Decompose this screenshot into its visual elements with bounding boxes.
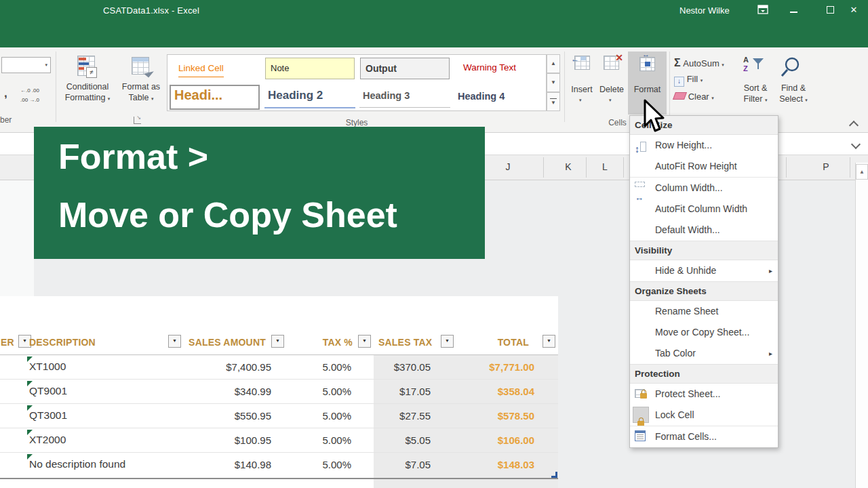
table-row[interactable]: XT2000 $100.95 5.00% $5.05 $106.00 [0,428,558,453]
vertical-scrollbar[interactable]: ▲ [855,163,868,488]
menu-item-autofit-row-height[interactable]: AutoFit Row Height [630,156,778,177]
cell-tax[interactable]: 5.00% [292,386,351,397]
submenu-arrow-icon: ▸ [769,343,772,364]
menu-item-row-height[interactable]: ↕ Row Height... [630,135,778,156]
menu-header-visibility: Visibility [630,241,778,260]
menu-item-tab-color[interactable]: Tab Color ▸ [630,343,778,364]
cell-tax[interactable]: 5.00% [292,361,351,373]
cell-description[interactable]: XT1000 [29,361,66,373]
menu-item-move-or-copy-sheet[interactable]: Move or Copy Sheet... [630,322,778,343]
column-width-icon: ↔ [635,182,648,195]
cell-total[interactable]: $148.03 [444,459,534,470]
filter-button[interactable]: ▼ [271,335,284,348]
table-resize-handle[interactable] [551,472,557,478]
menu-item-autofit-column-width[interactable]: AutoFit Column Width [630,199,778,220]
cell-tax[interactable]: 5.00% [292,459,351,470]
cell-total[interactable]: $106.00 [444,434,534,446]
cell-sales-amount[interactable]: $100.95 [176,434,271,446]
menu-item-lock-cell[interactable]: Lock Cell [630,405,778,426]
scroll-up-button[interactable]: ▲ [856,164,868,180]
cell-total[interactable]: $578.50 [444,410,534,422]
format-menu: Cell Size ↕ Row Height... AutoFit Row He… [629,115,778,448]
filter-button[interactable]: ▼ [542,335,555,348]
table-header: SALES TAX [378,337,432,348]
menu-item-hide-unhide[interactable]: Hide & Unhide ▸ [630,260,778,281]
mouse-cursor-icon [643,99,666,137]
menu-item-default-width[interactable]: Default Width... [630,220,778,241]
menu-item-format-cells[interactable]: Format Cells... [630,426,778,447]
table-row[interactable]: QT3001 $550.95 5.00% $27.55 $578.50 [0,404,558,428]
caption-overlay: Format > Move or Copy Sheet [34,127,485,259]
partial-column-header: ER [1,337,14,348]
cell-sales-amount[interactable]: $340.99 [176,386,271,397]
menu-item-rename-sheet[interactable]: Rename Sheet [630,301,778,322]
table-header: SALES AMOUNT [170,337,266,348]
menu-header-organize-sheets: Organize Sheets [630,281,778,301]
table-header: TAX % [292,337,353,348]
cell-description[interactable]: QT9001 [29,385,67,397]
submenu-arrow-icon: ▸ [769,260,772,281]
cell-sales-amount[interactable]: $550.95 [176,410,271,422]
table-header: TOTAL [441,337,529,348]
menu-item-column-width[interactable]: ↔ Column Width... [630,177,778,199]
cell-sales-tax[interactable]: $7.05 [370,459,431,470]
row-height-icon: ↕ [635,139,648,152]
cell-tax[interactable]: 5.00% [292,434,351,446]
caption-line2: Move or Copy Sheet [58,195,397,235]
cell-sales-amount[interactable]: $7,400.95 [176,361,271,373]
table-header: DESCRIPTION [29,337,96,348]
format-cells-icon [635,430,646,441]
cell-total[interactable]: $7,771.00 [444,361,534,373]
table-row[interactable]: QT9001 $340.99 5.00% $17.05 $358.04 [0,380,558,404]
cell-description[interactable]: QT3001 [29,409,67,422]
cell-description[interactable]: No description found [29,458,125,470]
cell-sales-tax[interactable]: $370.05 [370,361,431,373]
menu-header-protection: Protection [630,364,778,384]
cell-tax[interactable]: 5.00% [292,410,351,422]
protect-sheet-icon [635,388,648,401]
caption-line1: Format > [58,136,208,177]
cell-total[interactable]: $358.04 [444,386,534,397]
menu-item-protect-sheet[interactable]: Protect Sheet... [630,384,778,405]
excel-window: CSATData1.xlsx - Excel Nestor Wilke ✕ AC… [0,0,868,488]
lock-cell-icon [633,407,649,423]
cell-sales-amount[interactable]: $140.98 [176,459,271,470]
table-row[interactable]: No description found $140.98 5.00% $7.05… [0,453,558,477]
table-row[interactable]: XT1000 $7,400.95 5.00% $370.05 $7,771.00 [0,355,558,380]
cell-sales-tax[interactable]: $27.55 [370,410,431,422]
cell-description[interactable]: XT2000 [29,434,66,446]
cell-sales-tax[interactable]: $5.05 [370,434,431,446]
filter-button[interactable]: ▼ [358,335,371,348]
cell-sales-tax[interactable]: $17.05 [370,386,431,397]
